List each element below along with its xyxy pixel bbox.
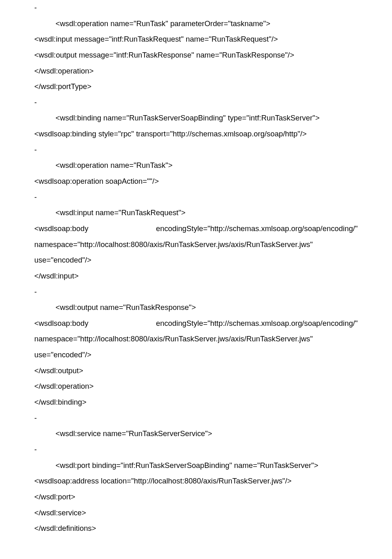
code-line: </wsdl:output> <box>34 363 358 379</box>
code-line: <wsdl:output message="intf:RunTaskRespon… <box>34 47 358 63</box>
code-line: - <box>34 442 358 458</box>
code-line: - <box>34 410 358 426</box>
code-line: use="encoded"/> <box>34 347 358 363</box>
code-segment: <wsdlsoap:body <box>34 221 88 237</box>
code-line: <wsdl:port binding="intf:RunTaskServerSo… <box>34 458 358 474</box>
code-line: - <box>34 142 358 158</box>
code-line: - <box>34 0 358 16</box>
code-line: <wsdl:binding name="RunTaskServerSoapBin… <box>34 110 358 126</box>
code-line: namespace="http://localhost:8080/axis/Ru… <box>34 237 358 253</box>
code-line: </wsdl:operation> <box>34 379 358 394</box>
code-line: <wsdlsoap:address location="http://local… <box>34 473 358 489</box>
code-line: </wsdl:portType> <box>34 79 358 95</box>
code-line: <wsdl:operation name="RunTask"> <box>34 158 358 174</box>
code-line: <wsdl:operation name="RunTask" parameter… <box>34 16 358 32</box>
code-line: - <box>34 95 358 111</box>
code-line: </wsdl:definitions> <box>34 521 358 537</box>
code-line: use="encoded"/> <box>34 252 358 268</box>
code-line: </wsdl:port> <box>34 489 358 505</box>
code-segment: <wsdlsoap:body <box>34 316 88 332</box>
code-line: </wsdl:binding> <box>34 394 358 410</box>
code-line: </wsdl:input> <box>34 268 358 284</box>
code-line: <wsdl:service name="RunTaskServerService… <box>34 426 358 442</box>
code-line: - <box>34 284 358 300</box>
code-line: <wsdlsoap:body encodingStyle="http://sch… <box>34 316 358 332</box>
code-segment: encodingStyle="http://schemas.xmlsoap.or… <box>156 316 358 332</box>
code-line: </wsdl:operation> <box>34 63 358 79</box>
code-line: <wsdlsoap:operation soapAction=""/> <box>34 174 358 189</box>
code-line: <wsdlsoap:binding style="rpc" transport=… <box>34 126 358 142</box>
code-line: <wsdlsoap:body encodingStyle="http://sch… <box>34 221 358 237</box>
code-line: <wsdl:input name="RunTaskRequest"> <box>34 205 358 221</box>
code-line: - <box>34 189 358 205</box>
code-line: <wsdl:input message="intf:RunTaskRequest… <box>34 31 358 47</box>
code-line: <wsdl:output name="RunTaskResponse"> <box>34 300 358 316</box>
code-segment: encodingStyle="http://schemas.xmlsoap.or… <box>156 221 358 237</box>
code-line: </wsdl:service> <box>34 505 358 521</box>
code-line: namespace="http://localhost:8080/axis/Ru… <box>34 331 358 347</box>
